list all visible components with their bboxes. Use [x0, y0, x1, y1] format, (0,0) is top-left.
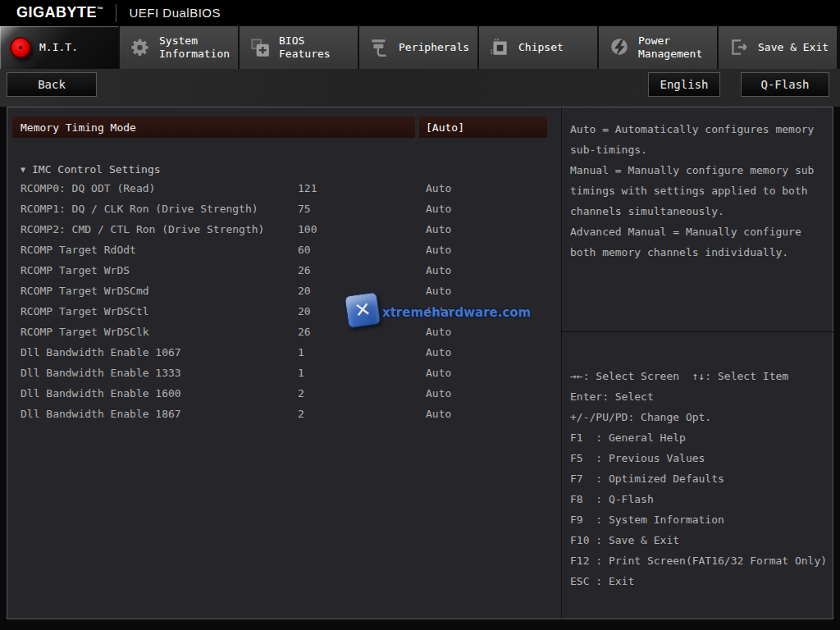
tab-peripherals[interactable]: Peripherals [359, 26, 477, 69]
language-button[interactable]: English [648, 72, 720, 97]
back-button[interactable]: Back [7, 72, 97, 97]
header-bar: GIGABYTE™ UEFI DualBIOS [0, 0, 840, 25]
selected-setting-value[interactable]: [Auto] [419, 116, 547, 138]
peripheral-plug-icon [368, 35, 392, 60]
setting-value: 100 [298, 219, 317, 240]
help-line: both memory channels individually. [570, 242, 833, 262]
setting-label: RCOMP Target WrDS [21, 260, 130, 281]
setting-value: 26 [298, 322, 311, 342]
exit-door-icon [727, 35, 751, 60]
tab-system-information[interactable]: SystemInformation [120, 26, 238, 69]
legend-line: ESC : Exit [570, 571, 833, 591]
setting-row[interactable]: Dll Bandwidth Enable 1067 1 Auto [7, 342, 560, 363]
setting-label: RCOMP Target WrDSCtl [21, 301, 149, 322]
tab-mit[interactable]: M.I.T. [0, 26, 118, 69]
setting-row[interactable]: RCOMP2: CMD / CTL Ron (Drive Strength) 1… [7, 219, 560, 240]
collapse-triangle-icon: ▼ [21, 165, 25, 174]
watermark: ✕ xtremehardware.com [340, 292, 504, 333]
legend-line: F10 : Save & Exit [570, 530, 833, 550]
watermark-x-icon: ✕ [344, 291, 381, 328]
help-panel: Auto = Automatically configures memorysu… [562, 107, 833, 332]
setting-mode: Auto [426, 404, 451, 424]
bottom-strip [0, 620, 840, 630]
bios-screen: GIGABYTE™ UEFI DualBIOS M.I.T. SystemInf… [0, 0, 840, 630]
legend-line: F7 : Optimized Defaults [570, 468, 833, 489]
hotkey-legend: →←: Select Screen ↑↓: Select ItemEnter: … [562, 366, 833, 591]
setting-label: RCOMP Target WrDSClk [21, 322, 149, 342]
setting-value: 75 [298, 199, 311, 219]
legend-line: +/-/PU/PD: Change Opt. [570, 407, 833, 427]
header-separator [116, 4, 116, 22]
help-line: Advanced Manual = Manually configure [570, 221, 833, 242]
legend-line: Enter: Select [570, 386, 833, 407]
legend-line: →←: Select Screen ↑↓: Select Item [570, 366, 833, 386]
legend-line: F5 : Previous Values [570, 448, 833, 468]
toolbar: Back English Q-Flash [0, 69, 840, 107]
watermark-text: xtremehardware.com [382, 305, 531, 320]
setting-label: RCOMP Target RdOdt [21, 240, 136, 260]
setting-mode: Auto [426, 260, 451, 281]
selected-setting-label[interactable]: Memory Timing Mode [12, 116, 415, 138]
setting-value: 121 [298, 178, 317, 199]
setting-value: 20 [298, 281, 311, 301]
gear-icon [128, 35, 153, 60]
setting-value: 2 [298, 383, 304, 404]
tab-bar: M.I.T. SystemInformation BIOSFeatures Pe… [0, 26, 840, 69]
setting-mode: Auto [426, 383, 451, 404]
setting-value: 60 [298, 240, 311, 260]
qflash-button[interactable]: Q-Flash [741, 72, 829, 97]
help-line: channels simultaneously. [570, 201, 833, 221]
setting-row[interactable]: Dll Bandwidth Enable 1867 2 Auto [7, 404, 560, 424]
setting-mode: Auto [426, 178, 451, 199]
setting-label: Dll Bandwidth Enable 1600 [21, 383, 181, 404]
setting-label: RCOMP2: CMD / CTL Ron (Drive Strength) [21, 219, 264, 240]
legend-line: F12 : Print Screen(FAT16/32 Format Only) [570, 550, 833, 571]
help-line: timings with settings applied to both [570, 180, 833, 201]
setting-label: RCOMP1: DQ / CLK Ron (Drive Strength) [21, 199, 258, 219]
mit-icon [8, 35, 33, 60]
setting-label: RCOMP0: DQ ODT (Read) [21, 178, 155, 199]
main-panel: Memory Timing Mode [Auto] ▼ IMC Control … [7, 107, 833, 619]
setting-row[interactable]: RCOMP Target WrDS 26 Auto [7, 260, 560, 281]
setting-row[interactable]: RCOMP1: DQ / CLK Ron (Drive Strength) 75… [7, 199, 560, 219]
setting-row[interactable]: Dll Bandwidth Enable 1600 2 Auto [7, 383, 560, 404]
imc-section-header[interactable]: ▼ IMC Control Settings [21, 159, 161, 180]
setting-label: RCOMP Target WrDSCmd [21, 281, 149, 301]
setting-label: Dll Bandwidth Enable 1067 [21, 342, 181, 363]
help-line: Manual = Manually configure memory sub [570, 160, 833, 180]
setting-mode: Auto [426, 363, 451, 383]
chip-plus-icon [248, 35, 272, 60]
legend-line: F8 : Q-Flash [570, 489, 833, 509]
setting-value: 20 [298, 301, 311, 322]
section-title: IMC Control Settings [32, 163, 161, 176]
setting-label: Dll Bandwidth Enable 1333 [21, 363, 181, 383]
lightning-bolt-icon [607, 35, 632, 60]
setting-row[interactable]: RCOMP Target RdOdt 60 Auto [7, 240, 560, 260]
help-line: sub-timings. [570, 139, 833, 160]
setting-mode: Auto [426, 240, 451, 260]
chipset-icon [487, 35, 512, 60]
setting-mode: Auto [426, 342, 451, 363]
setting-row[interactable]: RCOMP0: DQ ODT (Read) 121 Auto [7, 178, 560, 199]
setting-value: 2 [298, 404, 304, 424]
setting-mode: Auto [426, 219, 451, 240]
setting-value: 1 [298, 363, 304, 383]
tab-power-management[interactable]: PowerManagement [599, 26, 717, 69]
tab-chipset[interactable]: Chipset [479, 26, 597, 69]
tab-bios-features[interactable]: BIOSFeatures [240, 26, 358, 69]
setting-mode: Auto [426, 199, 451, 219]
legend-line: F9 : System Information [570, 509, 833, 530]
tab-save-exit[interactable]: Save & Exit [719, 26, 837, 69]
setting-row[interactable]: Dll Bandwidth Enable 1333 1 Auto [7, 363, 560, 383]
setting-value: 26 [298, 260, 311, 281]
firmware-title: UEFI DualBIOS [130, 6, 221, 20]
gigabyte-logo: GIGABYTE™ [16, 4, 104, 21]
setting-value: 1 [298, 342, 304, 363]
setting-label: Dll Bandwidth Enable 1867 [21, 404, 181, 424]
legend-line: F1 : General Help [570, 427, 833, 448]
help-line: Auto = Automatically configures memory [570, 119, 833, 139]
